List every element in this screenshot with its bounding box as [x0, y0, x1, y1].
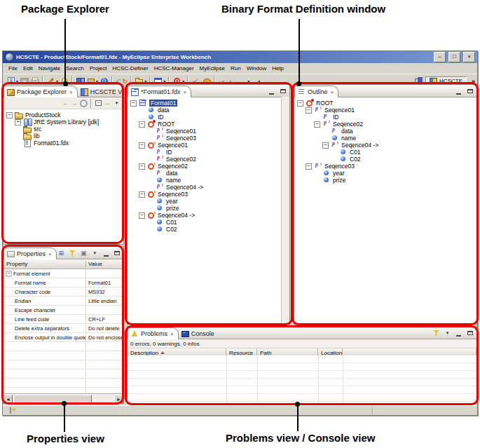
tree-item-seqence04[interactable]: Seqence04 ->	[128, 184, 289, 191]
tab-format01-fdx[interactable]: *Format01.fdx ×	[128, 86, 191, 97]
menu-hcsc-manager[interactable]: HCSC-Manager	[151, 65, 197, 72]
maximize-view-button[interactable]	[113, 249, 122, 257]
expander-icon[interactable]: −	[314, 121, 320, 128]
tab-console[interactable]: Console	[179, 328, 219, 339]
tab-problems[interactable]: Problems ×	[128, 327, 179, 339]
tree-item-seqence04[interactable]: −Seqence04 ->	[128, 212, 289, 219]
tree-item-jre-system-library-jdk[interactable]: +JRE System Library [jdk]	[4, 118, 123, 125]
tree-item-seqence03[interactable]: −Seqence03	[128, 191, 289, 198]
expander-icon[interactable]: −	[322, 142, 329, 149]
expander-icon[interactable]: +	[15, 119, 21, 125]
tree-item-prize[interactable]: prize	[294, 177, 476, 184]
tree-item-seqence01[interactable]: −Seqence01	[128, 142, 289, 149]
tree-item-root[interactable]: −ROOT	[128, 121, 289, 128]
minimize-view-button[interactable]	[454, 329, 463, 337]
tree-item-id[interactable]: ID	[128, 114, 289, 121]
scroll-right-icon[interactable]: ►	[114, 395, 123, 403]
tree-item-seqence03[interactable]: −Seqence03	[294, 163, 476, 170]
tree-item-seqence04[interactable]: −Seqence04 ->	[294, 142, 476, 149]
tree-item-seqence01[interactable]: −Seqence01	[294, 107, 476, 114]
menu-search[interactable]: Search	[63, 65, 86, 72]
tree-item-prize[interactable]: prize	[128, 205, 289, 212]
tree-item-c02[interactable]: C02	[128, 226, 289, 233]
column-property[interactable]: Property	[4, 261, 86, 267]
view-menu-button[interactable]: ▾	[443, 329, 452, 337]
window-close-button[interactable]: ×	[463, 52, 475, 62]
property-row-enclose-output-in-double-quotes[interactable]: Enclose output in double quotesDo not en…	[4, 333, 123, 342]
tree-item-year[interactable]: year	[294, 170, 476, 177]
view-menu-button[interactable]: ▾	[90, 249, 100, 257]
tree-item-data[interactable]: data	[128, 170, 289, 177]
window-maximize-button[interactable]: □	[448, 52, 460, 62]
menu-help[interactable]: Help	[269, 65, 286, 72]
scroll-left-icon[interactable]: ◄	[4, 395, 13, 403]
tree-item-data[interactable]: data	[294, 128, 476, 135]
expander-icon[interactable]: −	[6, 112, 13, 118]
property-row-format-element[interactable]: −Format element	[4, 269, 123, 278]
tree-item-src[interactable]: src	[4, 125, 123, 133]
tab-package-explorer[interactable]: Package Explorer ×	[4, 86, 78, 97]
minimize-view-button[interactable]	[454, 87, 463, 95]
tree-item-c02[interactable]: C02	[294, 156, 476, 163]
tab-outline[interactable]: Outline ×	[294, 86, 338, 97]
property-row-escape-character[interactable]: Escape character	[4, 306, 123, 315]
tree-item-productstock[interactable]: −ProductStock	[4, 111, 123, 118]
maximize-view-button[interactable]	[278, 87, 287, 95]
forward-button[interactable]: →	[70, 99, 79, 107]
tree-item-year[interactable]: year	[128, 198, 289, 205]
property-row-character-code[interactable]: Character codeMS932	[4, 287, 123, 297]
tab-hcscte-view[interactable]: HCSCTE View	[78, 86, 124, 97]
menu-edit[interactable]: Edit	[20, 65, 36, 72]
menu-window[interactable]: Window	[244, 65, 269, 72]
expander-icon[interactable]: −	[139, 191, 145, 198]
view-menu-button[interactable]: ▾	[112, 99, 121, 107]
filter-properties-button[interactable]	[68, 249, 77, 257]
titlebar[interactable]: HCSCTE - ProductStock/Format01.fdx - MyE…	[3, 51, 477, 63]
back-button[interactable]: ←	[61, 99, 70, 107]
expander-icon[interactable]: −	[139, 212, 145, 219]
scrollbar-thumb[interactable]	[13, 395, 92, 403]
tree-item-data[interactable]: data	[128, 107, 289, 114]
menu-run[interactable]: Run	[228, 65, 244, 72]
tree-item-id[interactable]: ID	[128, 149, 289, 156]
filter-problems-button[interactable]	[432, 329, 441, 337]
expander-icon[interactable]: −	[139, 121, 145, 128]
tree-item-lib[interactable]: lib	[4, 133, 123, 140]
window-minimize-button[interactable]: –	[434, 52, 446, 62]
property-row-format-name[interactable]: Format nameFormat01	[4, 278, 123, 287]
maximize-view-button[interactable]	[465, 329, 474, 337]
maximize-view-button[interactable]	[465, 87, 474, 95]
minimize-view-button[interactable]	[267, 87, 276, 95]
perspective-overflow-chevron[interactable]: »	[472, 78, 475, 85]
collapse-button[interactable]	[79, 99, 88, 107]
tree-item-seqence02[interactable]: −Seqence02	[128, 163, 289, 170]
property-row-line-feed-code[interactable]: Line feed codeCR+LF	[4, 315, 123, 324]
tree-item-format01-fdx[interactable]: Format01.fdx	[4, 140, 123, 147]
expander-icon[interactable]: −	[306, 107, 312, 114]
tree-item-name[interactable]: name	[128, 177, 289, 184]
expander-icon[interactable]: −	[139, 142, 145, 149]
menu-navigate[interactable]: Navigate	[36, 65, 64, 72]
minimize-view-button[interactable]	[102, 249, 111, 257]
expander-icon[interactable]: −	[130, 100, 137, 107]
link-with-editor-button[interactable]: ↔	[103, 99, 112, 107]
tree-item-c01[interactable]: C01	[128, 219, 289, 226]
tree-item-seqence02[interactable]: Seqence02	[128, 156, 289, 163]
tab-properties[interactable]: Properties ×	[4, 247, 57, 259]
property-row-endian[interactable]: EndianLittle endian	[4, 297, 123, 306]
close-tab-icon[interactable]: ×	[170, 331, 174, 337]
menu-file[interactable]: File	[6, 65, 20, 72]
expander-icon[interactable]: −	[6, 271, 11, 276]
collapse-all-button[interactable]	[94, 99, 103, 107]
column-value[interactable]: Value	[86, 261, 123, 267]
editor-vertical-scrollbar[interactable]	[281, 97, 289, 324]
expander-icon[interactable]: −	[139, 163, 145, 170]
tree-item-seqence03[interactable]: Seqence03	[128, 135, 289, 142]
restore-default-button[interactable]: ▣	[79, 249, 88, 257]
tree-item-id[interactable]: ID	[294, 114, 476, 121]
menu-project[interactable]: Project	[87, 65, 110, 72]
show-categories-button[interactable]: ⊞	[57, 249, 66, 257]
close-tab-icon[interactable]: ×	[331, 89, 334, 95]
close-tab-icon[interactable]: ×	[184, 89, 187, 95]
tree-item-root[interactable]: −ROOT	[294, 100, 476, 107]
